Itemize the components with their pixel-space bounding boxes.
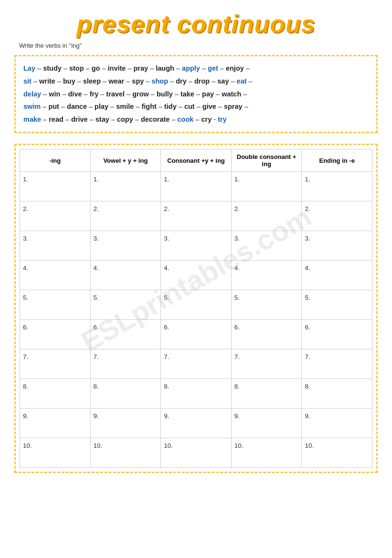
table-cell-r5-c0[interactable]: 5. [20,290,91,320]
verb-box: Lay – study – stop – go – invite – pray … [14,55,378,133]
table-cell-r9-c0[interactable]: 9. [20,409,91,438]
table-cell-r4-c3[interactable]: 4. [231,261,302,290]
verb-word: – [195,103,202,110]
verb-word: read [49,116,64,123]
table-cell-r9-c3[interactable]: 9. [231,409,302,438]
table-cell-r5-c2[interactable]: 5. [161,290,232,320]
verb-word: study [43,64,62,72]
table-cell-r4-c4[interactable]: 4. [302,261,372,290]
col-header-2: Consonant +y + ing [161,149,232,172]
table-cell-r8-c4[interactable]: 8. [302,379,372,409]
verb-word: eat [237,77,247,85]
table-cell-r8-c0[interactable]: 8. [20,379,91,409]
verb-word: – [32,77,39,85]
table-cell-r3-c1[interactable]: 3. [90,231,161,261]
verb-word: – [173,90,180,98]
table-cell-r9-c2[interactable]: 9. [161,409,232,438]
table-cell-r7-c1[interactable]: 7. [90,349,161,379]
table-cell-r4-c0[interactable]: 4. [20,261,91,290]
table-cell-r2-c3[interactable]: 2. [231,201,302,231]
table-row: 3.3.3.3.3. [20,231,372,261]
verb-word: – [41,103,48,110]
verb-word: laugh [156,64,174,72]
verb-word: – [200,64,208,72]
table-cell-r9-c1[interactable]: 9. [90,409,161,438]
table-row: 1.1.1.1.1. [20,172,372,201]
verb-word: play [95,103,108,110]
table-cell-r2-c0[interactable]: 2. [20,201,91,231]
table-cell-r2-c2[interactable]: 2. [161,201,232,231]
verb-word: watch [222,90,241,98]
verb-word: cry [201,116,212,123]
table-cell-r8-c1[interactable]: 8. [90,379,161,409]
table-cell-r6-c4[interactable]: 6. [302,320,372,349]
table-cell-r3-c3[interactable]: 3. [231,231,302,261]
table-cell-r5-c4[interactable]: 5. [302,290,372,320]
verb-word: shop [151,77,168,85]
table-cell-r1-c3[interactable]: 1. [231,172,302,201]
table-cell-r3-c0[interactable]: 3. [20,231,91,261]
verb-word: – [218,64,226,72]
table-cell-r10-c1[interactable]: 10. [90,438,161,468]
verb-word: – [216,103,224,110]
subtitle: Write the verbs in "ing" [19,42,378,49]
verb-word: pray [134,64,148,72]
verb-word: – [98,90,106,98]
table-cell-r1-c4[interactable]: 1. [302,172,372,201]
table-cell-r6-c2[interactable]: 6. [161,320,232,349]
verb-word: – [157,103,164,110]
table-cell-r10-c0[interactable]: 10. [20,438,91,468]
verb-word: fight [141,103,156,110]
table-cell-r10-c3[interactable]: 10. [231,438,302,468]
table-cell-r2-c4[interactable]: 2. [302,201,372,231]
verb-word: - [212,116,218,123]
verb-word: – [229,77,236,85]
table-cell-r3-c4[interactable]: 3. [302,231,372,261]
table-cell-r4-c2[interactable]: 4. [161,261,232,290]
col-header-1: Vowel + y + ing [90,149,161,172]
table-cell-r7-c2[interactable]: 7. [161,349,232,379]
col-header-4: Ending in -e [302,149,372,172]
table-cell-r10-c2[interactable]: 10. [161,438,232,468]
verb-word: drive [71,116,88,123]
verb-word: – [243,103,248,110]
verb-word: – [134,103,141,110]
verb-word: drop [194,77,210,85]
worksheet-table: -ingVowel + y + ingConsonant +y + ingDou… [20,149,372,468]
table-cell-r6-c3[interactable]: 6. [231,320,302,349]
verb-line-2: sit – write – buy – sleep – wear – spy –… [23,75,369,88]
table-cell-r7-c4[interactable]: 7. [302,349,372,379]
verb-word: – [125,90,132,98]
table-cell-r6-c0[interactable]: 6. [20,320,91,349]
verb-word: – [187,77,194,85]
table-cell-r7-c3[interactable]: 7. [231,349,302,379]
table-cell-r8-c3[interactable]: 8. [231,379,302,409]
table-cell-r8-c2[interactable]: 8. [161,379,232,409]
table-cell-r1-c2[interactable]: 1. [161,172,232,201]
table-cell-r9-c4[interactable]: 9. [302,409,372,438]
verb-word: fry [90,90,99,98]
table-cell-r1-c0[interactable]: 1. [20,172,91,201]
verb-word: enjoy [226,64,244,72]
table-cell-r7-c0[interactable]: 7. [20,349,91,379]
verb-word: – [64,116,71,123]
verb-word: – [124,77,132,85]
verb-word: win [49,90,60,98]
table-cell-r2-c1[interactable]: 2. [90,201,161,231]
verb-word: dive [68,90,82,98]
table-cell-r5-c1[interactable]: 5. [90,290,161,320]
table-cell-r3-c2[interactable]: 3. [161,231,232,261]
table-cell-r6-c1[interactable]: 6. [90,320,161,349]
verb-word: – [55,77,63,85]
table-row: 4.4.4.4.4. [20,261,372,290]
verb-word: travel [106,90,125,98]
verb-word: write [39,77,55,85]
verb-word: – [193,116,201,123]
verb-word: stop [69,64,84,72]
table-cell-r1-c1[interactable]: 1. [90,172,161,201]
table-cell-r4-c1[interactable]: 4. [90,261,161,290]
verb-word: take [180,90,194,98]
table-cell-r10-c4[interactable]: 10. [302,438,372,468]
verb-word: – [144,77,151,85]
table-cell-r5-c3[interactable]: 5. [231,290,302,320]
